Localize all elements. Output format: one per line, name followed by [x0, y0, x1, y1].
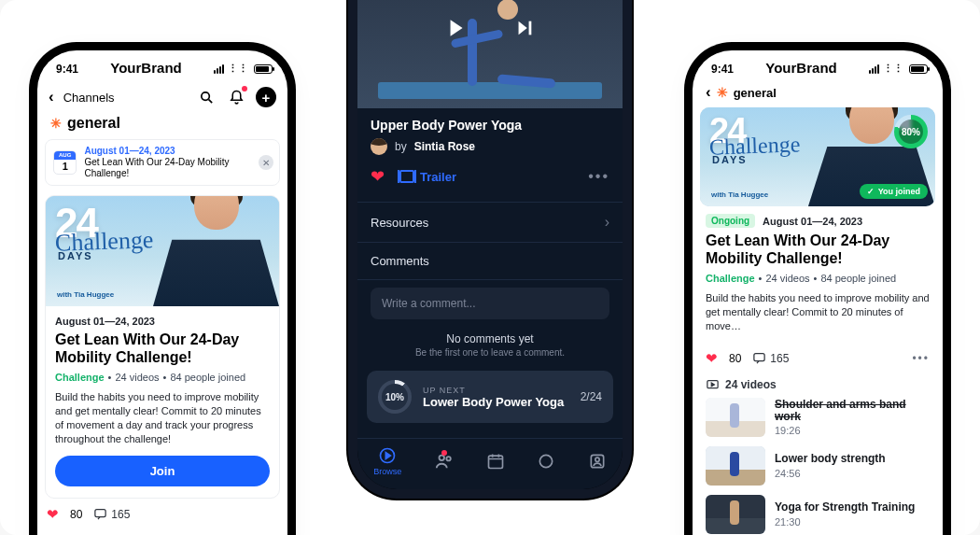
comment-count: 165 [111, 508, 130, 521]
videos-section-label: 24 videos [725, 378, 777, 391]
hero-withline: with Tia Huggee [57, 290, 114, 299]
tab-profile[interactable] [588, 452, 607, 471]
nav-row: ‹ Channels + [37, 79, 287, 113]
card-title: Get Lean With Our 24-Day Mobility Challe… [55, 331, 270, 366]
spark-icon: ✳ [717, 85, 728, 100]
trailer-button[interactable]: Trailer [399, 170, 456, 184]
brand-title: YourBrand [765, 60, 836, 76]
progress-ring: 10% [378, 380, 412, 414]
card-tag: Challenge [55, 372, 105, 383]
video-title: Yoga for Strength Training [775, 501, 915, 514]
heart-icon[interactable]: ❤ [47, 506, 59, 523]
no-comments-sub: Be the first one to leave a comment. [357, 347, 623, 358]
svg-rect-7 [488, 456, 502, 468]
hero-days: DAYS [58, 250, 93, 261]
bell-icon[interactable] [226, 87, 246, 107]
tab-browse-label: Browse [373, 467, 401, 476]
empty-comments: No comments yet Be the first one to leav… [357, 329, 623, 358]
svg-point-8 [540, 455, 553, 467]
close-icon[interactable]: ✕ [259, 155, 273, 170]
svg-line-1 [208, 99, 212, 103]
tab-calendar[interactable] [486, 452, 505, 471]
search-icon[interactable] [196, 87, 217, 107]
svg-rect-11 [754, 354, 764, 361]
svg-rect-2 [95, 510, 105, 517]
svg-rect-3 [529, 21, 532, 35]
card-videos: 24 videos [115, 372, 159, 383]
card-meta: Challenge•24 videos•84 people joined [55, 372, 270, 383]
channel-title: ✳ general [37, 113, 287, 139]
tab-browse[interactable]: Browse [373, 446, 401, 476]
calendar-icon [486, 452, 505, 471]
comment-chip[interactable]: 165 [93, 507, 130, 521]
video-list: Shoulder and arms band work 19:26 Lower … [693, 398, 943, 535]
progress-pct: 10% [385, 392, 404, 402]
heart-icon[interactable]: ❤ [706, 350, 718, 367]
up-next-title: Lower Body Power Yoga [423, 395, 564, 409]
list-item[interactable]: Shoulder and arms band work 19:26 [706, 398, 930, 437]
video-duration: 24:56 [775, 468, 886, 479]
back-group[interactable]: ‹ Channels [49, 88, 115, 106]
svg-point-6 [446, 457, 450, 460]
author-name: Sintia Rose [414, 140, 475, 153]
up-next-card[interactable]: 10% UP NEXT Lower Body Power Yoga 2/24 [367, 371, 613, 423]
up-next-count: 2/24 [581, 390, 602, 403]
tab-community[interactable] [434, 452, 455, 471]
battery-icon [254, 64, 273, 74]
engagement-row: ❤ 80 165 [37, 499, 287, 523]
like-count: 80 [70, 508, 82, 521]
tab-bar: Browse [357, 438, 623, 489]
breadcrumb[interactable]: ‹ ✳ general [693, 79, 943, 107]
by-prefix: by [395, 140, 407, 153]
status-bar: 9:41 YourBrand ⋮⋮ [37, 50, 287, 79]
list-item[interactable]: Lower body strength 24:56 [706, 446, 930, 486]
up-next-label: UP NEXT [423, 386, 564, 395]
more-icon[interactable]: ••• [912, 352, 930, 365]
detail-videos: 24 videos [765, 273, 809, 284]
status-time: 9:41 [711, 63, 734, 76]
detail-hero: 24 Challenge DAYS with Tia Huggee 80% ✓ … [700, 107, 935, 206]
back-label: Channels [63, 91, 115, 105]
wifi-icon: ⋮⋮ [883, 63, 903, 75]
video-title: Lower body strength [775, 453, 886, 465]
like-count: 80 [729, 352, 741, 365]
tab-circle[interactable] [537, 452, 555, 471]
card-description: Build the habits you need to improve mob… [55, 390, 270, 445]
author-row[interactable]: by Sintia Rose [371, 138, 609, 155]
status-bar: 9:41 YourBrand ⋮⋮ [693, 50, 943, 79]
battery-icon [909, 64, 928, 74]
chevron-right-icon: › [605, 214, 609, 231]
list-item[interactable]: Yoga for Strength Training 21:30 [706, 495, 930, 534]
hero-days: DAYS [712, 154, 748, 165]
next-icon[interactable] [509, 12, 540, 44]
comment-input[interactable]: Write a comment... [371, 288, 609, 319]
phone-left-channels: 9:41 YourBrand ⋮⋮ ‹ Channels + [37, 50, 287, 535]
signal-icon [214, 64, 224, 74]
join-button[interactable]: Join [55, 456, 270, 486]
heart-icon[interactable]: ❤ [371, 166, 385, 187]
pinned-banner[interactable]: AUG 1 August 01—24, 2023 Get Lean With O… [45, 139, 280, 186]
comments-label: Comments [371, 254, 429, 268]
video-player[interactable] [357, 0, 623, 108]
detail-date: August 01—24, 2023 [763, 216, 862, 227]
more-icon[interactable]: ••• [588, 168, 609, 185]
film-icon [399, 170, 414, 183]
action-row: ❤ Trailer ••• [371, 166, 609, 187]
resources-row[interactable]: Resources › [357, 202, 623, 242]
svg-point-5 [439, 456, 444, 461]
video-thumb [706, 446, 765, 486]
play-icon[interactable] [440, 12, 471, 44]
community-icon [434, 452, 455, 471]
add-button[interactable]: + [256, 87, 276, 107]
circle-icon [537, 452, 555, 471]
detail-meta: Challenge•24 videos•84 people joined [706, 273, 930, 284]
calendar-icon: AUG 1 [53, 150, 77, 175]
engagement-row: ❤ 80 165 ••• [693, 343, 943, 367]
comment-chip[interactable]: 165 [752, 351, 789, 365]
detail-title: Get Lean With Our 24-Day Mobility Challe… [706, 232, 930, 267]
comments-header: Comments [357, 242, 623, 280]
wifi-icon: ⋮⋮ [228, 63, 248, 75]
svg-point-0 [201, 92, 209, 100]
challenge-card[interactable]: 24 Challenge DAYS with Tia Huggee August… [45, 195, 280, 499]
video-duration: 19:26 [775, 425, 930, 436]
